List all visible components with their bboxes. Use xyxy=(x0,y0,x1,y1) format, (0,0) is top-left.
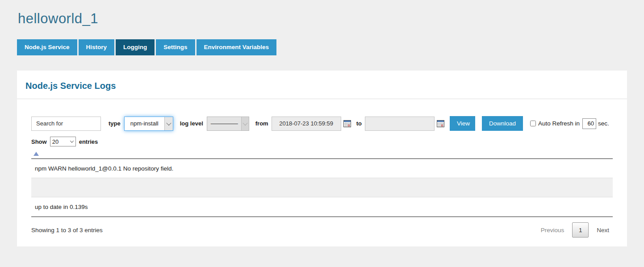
to-label: to xyxy=(356,120,362,127)
type-select[interactable]: npm-install xyxy=(124,117,173,131)
entries-select[interactable]: 20 xyxy=(50,137,76,146)
filter-toolbar: type npm-install log level ————— from xyxy=(31,116,613,131)
panel-body: type npm-install log level ————— from xyxy=(17,99,627,238)
log-level-select-value: ————— xyxy=(207,117,241,130)
panel-heading: Node.js Service Logs xyxy=(25,81,619,91)
tab-settings[interactable]: Settings xyxy=(156,39,195,55)
chevron-down-icon xyxy=(164,117,173,130)
previous-page-button[interactable]: Previous xyxy=(537,224,568,236)
tab-history[interactable]: History xyxy=(79,39,115,55)
from-date-input[interactable] xyxy=(272,117,341,131)
to-calendar-button[interactable] xyxy=(437,120,444,127)
log-level-label: log level xyxy=(180,120,203,127)
tab-environment-variables[interactable]: Environment Variables xyxy=(197,39,277,55)
table-row: up to date in 0.139s xyxy=(31,197,613,217)
calendar-icon xyxy=(343,120,351,127)
auto-refresh-label: Auto Refresh in xyxy=(538,120,580,127)
log-level-select: ————— xyxy=(207,117,249,131)
table-row: npm WARN helloworld_1@0.0.1 No repositor… xyxy=(31,159,613,178)
log-message: up to date in 0.139s xyxy=(35,204,88,210)
download-button[interactable]: Download xyxy=(482,116,523,131)
show-label: Show xyxy=(31,138,47,145)
panel-header: Node.js Service Logs xyxy=(17,71,627,99)
type-label: type xyxy=(109,120,121,127)
entries-label: entries xyxy=(79,138,98,145)
tab-nodejs-service[interactable]: Node.js Service xyxy=(17,39,77,55)
pagination: Previous 1 Next xyxy=(537,222,613,238)
from-calendar-button[interactable] xyxy=(343,120,351,127)
from-label: from xyxy=(255,120,268,127)
length-menu: Show 20 entries xyxy=(31,137,613,146)
tab-bar: Node.js Service History Logging Settings… xyxy=(17,39,627,55)
auto-refresh-group: Auto Refresh in sec. xyxy=(530,118,609,129)
auto-refresh-suffix: sec. xyxy=(598,120,609,127)
calendar-icon xyxy=(437,120,444,127)
auto-refresh-seconds-input[interactable] xyxy=(582,118,596,129)
page-title: helloworld_1 xyxy=(17,11,627,27)
logs-panel: Node.js Service Logs type npm-install lo… xyxy=(17,71,627,246)
page: helloworld_1 Node.js Service History Log… xyxy=(0,0,644,246)
log-table: npm WARN helloworld_1@0.0.1 No repositor… xyxy=(31,159,613,217)
next-page-button[interactable]: Next xyxy=(593,224,613,236)
chevron-down-icon xyxy=(241,117,249,130)
type-select-value: npm-install xyxy=(125,117,164,130)
search-input[interactable] xyxy=(31,117,101,131)
to-date-input[interactable] xyxy=(365,117,435,131)
log-message: npm WARN helloworld_1@0.0.1 No repositor… xyxy=(35,165,173,172)
tab-logging[interactable]: Logging xyxy=(116,39,155,55)
chevron-down-icon xyxy=(68,137,75,146)
sort-ascending-icon[interactable] xyxy=(33,152,39,156)
page-number-button[interactable]: 1 xyxy=(572,222,589,238)
table-row xyxy=(31,178,613,197)
entries-select-value: 20 xyxy=(50,137,68,146)
table-footer: Showing 1 to 3 of 3 entries Previous 1 N… xyxy=(31,222,613,238)
auto-refresh-checkbox[interactable] xyxy=(530,121,536,126)
entries-info: Showing 1 to 3 of 3 entries xyxy=(31,227,103,234)
view-button[interactable]: View xyxy=(450,116,475,131)
